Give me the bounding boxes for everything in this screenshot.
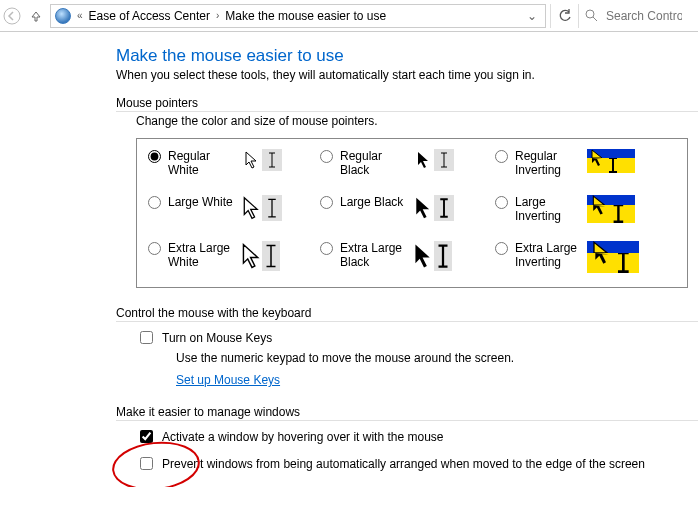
main-content: Make the mouse easier to use When you se… — [0, 32, 698, 487]
search-input[interactable] — [604, 8, 684, 24]
cursor-preview-xl-black — [414, 241, 452, 271]
mouse-keys-checkbox[interactable] — [140, 331, 153, 344]
breadcrumb-current[interactable]: Make the mouse easier to use — [225, 9, 386, 23]
svg-line-2 — [593, 17, 597, 21]
cursor-preview-large-white — [242, 195, 282, 221]
radio-regular-white[interactable] — [148, 150, 161, 163]
cursor-preview-regular-black — [414, 149, 454, 171]
activate-hover-checkbox-row[interactable]: Activate a window by hovering over it wi… — [136, 427, 688, 446]
section-mouse-pointers: Mouse pointers — [116, 96, 688, 110]
activate-hover-label: Activate a window by hovering over it wi… — [162, 430, 443, 444]
radio-large-black[interactable] — [320, 196, 333, 209]
radio-large-inverting[interactable] — [495, 196, 508, 209]
pointer-option-xl-black[interactable]: Extra Large Black — [315, 241, 490, 273]
radio-xl-white[interactable] — [148, 242, 161, 255]
cursor-preview-regular-inverting — [587, 149, 635, 173]
control-panel-icon — [55, 8, 71, 24]
radio-xl-black[interactable] — [320, 242, 333, 255]
pointer-options-box: Regular White Regular Black Regular Inve… — [136, 138, 688, 288]
pointer-option-large-black[interactable]: Large Black — [315, 195, 490, 223]
pointer-option-large-inverting[interactable]: Large Inverting — [490, 195, 685, 223]
radio-large-white[interactable] — [148, 196, 161, 209]
page-title: Make the mouse easier to use — [116, 46, 688, 66]
pointer-option-xl-inverting[interactable]: Extra Large Inverting — [490, 241, 685, 273]
page-subhead: When you select these tools, they will a… — [116, 68, 688, 82]
pointer-option-regular-black[interactable]: Regular Black — [315, 149, 490, 177]
mouse-keys-label: Turn on Mouse Keys — [162, 331, 272, 345]
svg-point-1 — [586, 10, 594, 18]
breadcrumb-parent[interactable]: Ease of Access Center — [89, 9, 210, 23]
pointer-option-regular-white[interactable]: Regular White — [143, 149, 315, 177]
pointer-option-regular-inverting[interactable]: Regular Inverting — [490, 149, 685, 177]
chevron-left-icon: « — [77, 10, 83, 21]
address-bar: « Ease of Access Center › Make the mouse… — [0, 0, 698, 32]
cursor-preview-xl-white — [242, 241, 280, 271]
prevent-arrange-checkbox-row[interactable]: Prevent windows from being automatically… — [136, 454, 688, 473]
cursor-preview-large-black — [414, 195, 454, 221]
svg-point-0 — [4, 8, 20, 24]
pointers-desc: Change the color and size of mouse point… — [136, 114, 688, 128]
cursor-preview-xl-inverting — [587, 241, 639, 273]
cursor-preview-large-inverting — [587, 195, 635, 223]
pointer-option-xl-white[interactable]: Extra Large White — [143, 241, 315, 273]
mouse-keys-desc: Use the numeric keypad to move the mouse… — [136, 351, 688, 365]
setup-mouse-keys-link[interactable]: Set up Mouse Keys — [176, 373, 280, 387]
chevron-right-icon: › — [216, 10, 219, 21]
section-keyboard: Control the mouse with the keyboard — [116, 306, 688, 320]
prevent-arrange-label: Prevent windows from being automatically… — [162, 457, 645, 471]
cursor-preview-regular-white — [242, 149, 282, 171]
back-button[interactable] — [0, 4, 24, 28]
up-button[interactable] — [24, 4, 48, 28]
search-box[interactable] — [578, 4, 698, 28]
prevent-arrange-checkbox[interactable] — [140, 457, 153, 470]
pointer-option-large-white[interactable]: Large White — [143, 195, 315, 223]
section-manage-windows: Make it easier to manage windows — [116, 405, 688, 419]
address-dropdown-icon[interactable]: ⌄ — [523, 9, 541, 23]
activate-hover-checkbox[interactable] — [140, 430, 153, 443]
breadcrumb[interactable]: « Ease of Access Center › Make the mouse… — [50, 4, 546, 28]
radio-xl-inverting[interactable] — [495, 242, 508, 255]
search-icon — [585, 9, 598, 22]
refresh-button[interactable] — [550, 4, 578, 28]
mouse-keys-checkbox-row[interactable]: Turn on Mouse Keys — [136, 328, 688, 347]
radio-regular-black[interactable] — [320, 150, 333, 163]
radio-regular-inverting[interactable] — [495, 150, 508, 163]
